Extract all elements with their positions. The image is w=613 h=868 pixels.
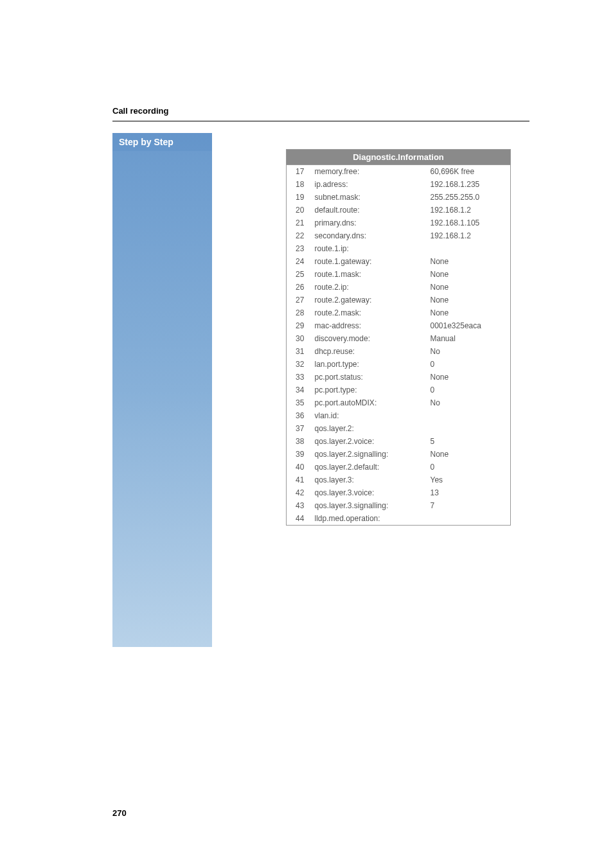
page-number: 270 [112,808,127,818]
row-label: pc.port.autoMDIX: [311,396,427,409]
row-label: memory.free: [311,165,427,179]
row-label: qos.layer.3.signalling: [311,499,427,512]
row-label: route.2.gateway: [311,294,427,306]
table-row: 33pc.port.status:None [287,371,511,384]
row-number: 35 [287,396,311,409]
row-label: qos.layer.2.default: [311,461,427,474]
table-row: 18ip.adress:192.168.1.235 [287,178,511,191]
row-label: qos.layer.3.voice: [311,486,427,499]
row-number: 29 [287,319,311,332]
main-content: Diagnostic.Information 17memory.free:60,… [212,133,529,647]
row-label: default.route: [311,204,427,217]
row-number: 30 [287,332,311,345]
row-label: lldp.med.operation: [311,512,427,526]
row-label: route.2.ip: [311,281,427,294]
document-page: Call recording Step by Step Diagnostic.I… [0,0,613,868]
table-row: 23route.1.ip: [287,242,511,255]
row-label: dhcp.reuse: [311,345,427,358]
row-label: qos.layer.2.voice: [311,435,427,448]
table-row: 31dhcp.reuse:No [287,345,511,358]
row-label: route.1.ip: [311,242,427,255]
row-value: 13 [427,486,511,499]
table-row: 28route.2.mask:None [287,306,511,319]
row-value: 192.168.1.235 [427,178,511,191]
table-row: 30discovery.mode:Manual [287,332,511,345]
row-number: 43 [287,499,311,512]
row-number: 27 [287,294,311,306]
row-label: qos.layer.2: [311,422,427,435]
row-number: 42 [287,486,311,499]
row-value: None [427,294,511,306]
row-number: 25 [287,268,311,281]
row-number: 22 [287,229,311,242]
row-label: lan.port.type: [311,358,427,371]
row-value: None [427,281,511,294]
sidebar: Step by Step [112,133,212,647]
table-row: 27route.2.gateway:None [287,294,511,306]
row-number: 23 [287,242,311,255]
table-row: 34pc.port.type:0 [287,384,511,396]
row-number: 44 [287,512,311,526]
row-value: No [427,345,511,358]
row-number: 17 [287,165,311,179]
row-label: subnet.mask: [311,191,427,204]
table-row: 24route.1.gateway:None [287,255,511,268]
table-row: 19subnet.mask:255.255.255.0 [287,191,511,204]
table-row: 40qos.layer.2.default:0 [287,461,511,474]
table-row: 21primary.dns:192.168.1.105 [287,217,511,229]
table-row: 36vlan.id: [287,409,511,422]
row-value: None [427,448,511,461]
row-value: Yes [427,474,511,486]
table-row: 25route.1.mask:None [287,268,511,281]
diagnostic-table: Diagnostic.Information 17memory.free:60,… [286,149,511,526]
row-value [427,242,511,255]
row-label: route.1.gateway: [311,255,427,268]
row-label: qos.layer.3: [311,474,427,486]
row-value: 0001e325eaca [427,319,511,332]
row-label: route.1.mask: [311,268,427,281]
row-number: 37 [287,422,311,435]
row-value: 0 [427,358,511,371]
table-row: 29mac-address:0001e325eaca [287,319,511,332]
table-row: 20default.route:192.168.1.2 [287,204,511,217]
table-row: 44lldp.med.operation: [287,512,511,526]
row-value: 192.168.1.2 [427,204,511,217]
row-number: 32 [287,358,311,371]
section-title: Call recording [112,106,529,121]
row-value: None [427,255,511,268]
table-row: 17memory.free:60,696K free [287,165,511,179]
row-value: No [427,396,511,409]
row-label: discovery.mode: [311,332,427,345]
table-row: 39qos.layer.2.signalling:None [287,448,511,461]
row-value: 0 [427,384,511,396]
row-value: 60,696K free [427,165,511,179]
table-row: 22secondary.dns:192.168.1.2 [287,229,511,242]
row-number: 39 [287,448,311,461]
table-row: 32lan.port.type:0 [287,358,511,371]
row-number: 24 [287,255,311,268]
row-value: 5 [427,435,511,448]
row-number: 21 [287,217,311,229]
row-number: 38 [287,435,311,448]
table-row: 43qos.layer.3.signalling:7 [287,499,511,512]
row-number: 31 [287,345,311,358]
row-value [427,422,511,435]
diagnostic-table-header: Diagnostic.Information [287,150,511,165]
row-value [427,512,511,526]
row-number: 18 [287,178,311,191]
table-row: 41qos.layer.3:Yes [287,474,511,486]
row-number: 28 [287,306,311,319]
table-row: 38qos.layer.2.voice:5 [287,435,511,448]
row-number: 26 [287,281,311,294]
row-value: 192.168.1.2 [427,229,511,242]
sidebar-label: Step by Step [112,133,212,151]
row-label: mac-address: [311,319,427,332]
row-number: 33 [287,371,311,384]
row-label: pc.port.status: [311,371,427,384]
row-number: 41 [287,474,311,486]
row-number: 36 [287,409,311,422]
row-value: None [427,268,511,281]
row-value: 7 [427,499,511,512]
row-value: 0 [427,461,511,474]
row-value: None [427,371,511,384]
